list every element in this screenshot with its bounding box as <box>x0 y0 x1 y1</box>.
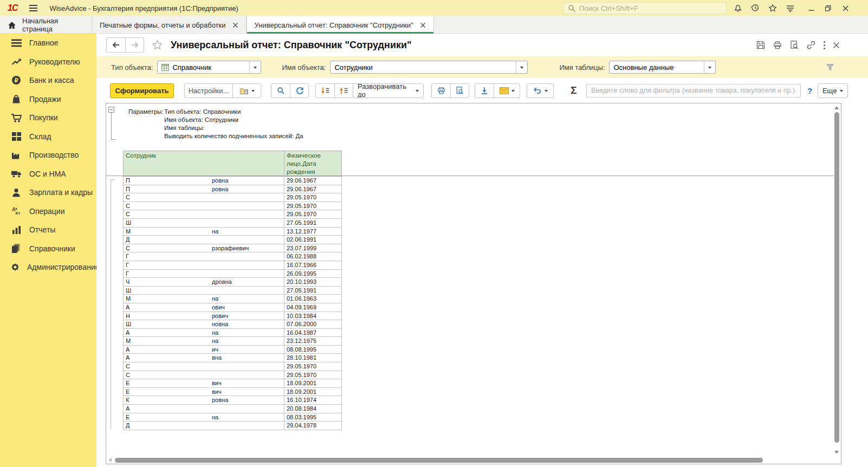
sidebar-item-1[interactable]: Руководителю <box>0 53 96 72</box>
table-row[interactable]: Авна28.10.1981 <box>123 354 342 362</box>
scroll-up-icon[interactable] <box>834 106 839 109</box>
expand-groups-button[interactable] <box>334 84 353 98</box>
close-report-icon[interactable] <box>833 42 840 49</box>
undo-button[interactable] <box>527 84 553 98</box>
filter-funnel-icon[interactable] <box>826 63 834 72</box>
global-search-input[interactable]: Поиск Ctrl+Shift+F <box>563 2 726 14</box>
report-variants-button[interactable] <box>232 84 261 98</box>
table-row[interactable]: Ш27.05.1991 <box>123 219 342 228</box>
favorite-star-icon[interactable] <box>152 40 163 50</box>
service-menu-icon[interactable] <box>782 0 798 16</box>
refresh-button[interactable] <box>290 84 308 98</box>
table-row[interactable]: С29.05.1970 <box>123 202 342 211</box>
sidebar-item-11[interactable]: Справочники <box>0 239 96 258</box>
table-row[interactable]: Кровна16.10.1974 <box>123 396 342 405</box>
table-row[interactable]: Д29.04.1978 <box>123 421 342 430</box>
table-row[interactable]: Мна13.12.1977 <box>123 228 342 236</box>
tab-home[interactable]: Начальная страница <box>0 16 92 34</box>
more-menu-icon[interactable] <box>823 41 826 50</box>
find-button[interactable] <box>271 84 290 98</box>
tab-printed-forms[interactable]: Печатные формы, отчеты и обработки <box>92 16 247 34</box>
settings-button[interactable]: Настройки... <box>185 84 232 98</box>
link-icon[interactable] <box>806 40 816 50</box>
expand-to-button[interactable]: Разворачивать до <box>353 84 423 98</box>
sidebar-item-9[interactable]: ДтКтОперации <box>0 202 96 221</box>
save-file-button[interactable] <box>475 84 494 98</box>
table-row[interactable]: Ана16.04.1987 <box>123 329 342 338</box>
close-window-button[interactable] <box>838 0 853 16</box>
object-type-dropdown-button[interactable] <box>249 61 261 73</box>
collapse-groups-button[interactable] <box>316 84 334 98</box>
restore-button[interactable] <box>820 0 835 16</box>
table-row[interactable]: Аович04.09.1969 <box>123 303 342 312</box>
table-row[interactable]: Шновна07.06.2000 <box>123 320 342 329</box>
forward-button[interactable] <box>125 38 144 52</box>
vertical-scrollbar[interactable] <box>833 103 841 464</box>
sidebar-item-10[interactable]: Отчеты <box>0 220 96 239</box>
table-row[interactable]: Евич18.09.2001 <box>123 388 342 397</box>
table-row[interactable]: Д02.06.1991 <box>123 236 342 244</box>
sidebar-item-8[interactable]: Зарплата и кадры <box>0 183 96 202</box>
sidebar-item-7[interactable]: ОС и НМА <box>0 165 96 184</box>
table-row[interactable]: С29.05.1970 <box>123 193 342 202</box>
table-row[interactable]: Г26.09.1995 <box>123 270 342 278</box>
table-row[interactable]: Аич08.08.1995 <box>123 346 342 354</box>
more-button[interactable]: Еще <box>818 83 848 98</box>
back-button[interactable] <box>107 38 125 52</box>
quick-filter-input[interactable] <box>586 84 801 98</box>
horizontal-scrollbar[interactable] <box>106 456 833 464</box>
table-row[interactable]: Срзорафиевич23.07.1999 <box>123 244 342 253</box>
table-row[interactable]: С29.05.1970 <box>123 371 342 380</box>
object-name-dropdown-button[interactable] <box>516 61 527 73</box>
table-row[interactable]: Нрович10.03.1984 <box>123 312 342 321</box>
scroll-down-icon[interactable] <box>834 451 839 454</box>
horizontal-scrollbar-thumb[interactable] <box>115 458 763 463</box>
scroll-left-icon[interactable] <box>108 458 112 462</box>
main-menu-icon[interactable] <box>29 5 37 11</box>
preview-button[interactable] <box>450 84 469 98</box>
table-name-dropdown-button[interactable] <box>704 61 715 73</box>
sidebar-item-0[interactable]: Главное <box>0 34 96 53</box>
sidebar-item-12[interactable]: Администрирование <box>0 258 96 277</box>
table-row[interactable]: Чдровна20.10.1993 <box>123 278 342 287</box>
close-tab-icon[interactable] <box>420 22 426 28</box>
sidebar-item-2[interactable]: ₽Банк и касса <box>0 71 96 90</box>
print-button[interactable] <box>432 84 450 98</box>
print-preview-icon[interactable] <box>789 40 799 50</box>
table-row[interactable]: С29.05.1970 <box>123 210 342 219</box>
notifications-bell-icon[interactable] <box>730 0 746 16</box>
generate-button[interactable]: Сформировать <box>110 83 174 98</box>
table-row[interactable]: Ена08.03.1995 <box>123 413 342 422</box>
history-icon[interactable] <box>748 0 763 16</box>
table-row[interactable]: Г06.02.1988 <box>123 252 342 261</box>
sidebar-item-5[interactable]: Склад <box>0 127 96 146</box>
table-row[interactable]: Провна29.06.1967 <box>123 177 342 185</box>
save-icon[interactable] <box>756 40 766 50</box>
send-mail-button[interactable] <box>494 84 520 98</box>
sum-button[interactable]: Σ <box>568 85 580 96</box>
close-tab-icon[interactable] <box>232 22 238 28</box>
object-name-field[interactable]: Сотрудники <box>330 61 528 74</box>
sidebar-item-3[interactable]: Продажи <box>0 90 96 109</box>
help-button[interactable]: ? <box>807 86 812 95</box>
minimize-button[interactable] <box>804 0 819 16</box>
table-row[interactable]: С29.05.1970 <box>123 362 342 371</box>
table-row[interactable]: Провна29.06.1967 <box>123 185 342 194</box>
vertical-scrollbar-thumb[interactable] <box>834 112 839 443</box>
column-header-employee[interactable]: Сотрудник <box>123 151 284 177</box>
table-row[interactable]: Мна01.06.1963 <box>123 295 342 303</box>
table-row[interactable]: Мна23.12.1975 <box>123 337 342 346</box>
object-type-field[interactable]: Справочник <box>157 61 261 74</box>
column-header-birthdate[interactable]: Физическое лицо.Дата рождения <box>284 151 342 177</box>
table-row[interactable]: Евич18.09.2001 <box>123 379 342 388</box>
tab-universal-report[interactable]: Универсальный отчет: Справочник "Сотрудн… <box>247 16 434 34</box>
collapse-parameters-button[interactable] <box>108 107 114 113</box>
table-row[interactable]: А20.08.1984 <box>123 405 342 413</box>
favorites-star-icon[interactable] <box>765 0 780 16</box>
table-name-field[interactable]: Основные данные <box>609 61 716 74</box>
print-icon[interactable] <box>773 41 782 50</box>
table-row[interactable]: Ш27.05.1991 <box>123 287 342 295</box>
table-row[interactable]: Г16.07.1966 <box>123 261 342 270</box>
sidebar-item-6[interactable]: Производство <box>0 146 96 165</box>
sidebar-item-4[interactable]: Покупки <box>0 108 96 127</box>
